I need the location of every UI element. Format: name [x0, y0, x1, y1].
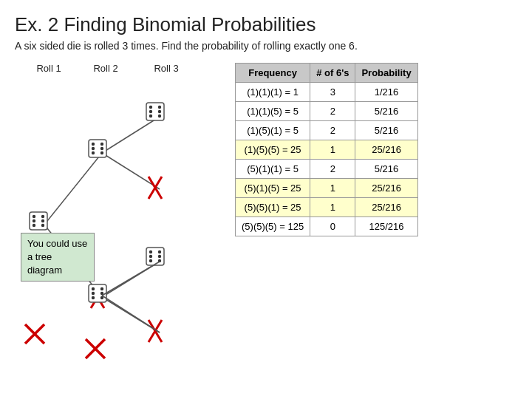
roll-label-3: Roll 3 [136, 63, 197, 74]
count-cell: 2 [310, 101, 355, 120]
svg-point-18 [100, 146, 103, 149]
svg-point-14 [92, 142, 95, 145]
col-header-frequency: Frequency [236, 63, 310, 82]
svg-line-48 [102, 296, 160, 332]
roll-labels: Roll 1 Roll 2 Roll 3 [15, 63, 229, 74]
roll-label-1: Roll 1 [22, 63, 75, 74]
svg-point-16 [92, 151, 95, 154]
page: Ex. 2 Finding Binomial Probabilities A s… [0, 0, 532, 399]
svg-point-8 [33, 219, 35, 222]
prob-cell: 25/216 [355, 197, 417, 216]
table-header: Frequency # of 6's Probability [236, 63, 418, 82]
count-cell: 2 [310, 120, 355, 140]
freq-cell: (5)(1)(1) = 5 [236, 159, 310, 178]
count-cell: 3 [310, 82, 355, 101]
svg-rect-13 [89, 140, 106, 157]
prob-cell: 5/216 [355, 120, 417, 140]
svg-line-47 [102, 262, 160, 296]
freq-cell: (1)(5)(5) = 25 [236, 140, 310, 159]
col-header-prob: Probability [355, 63, 417, 82]
svg-point-41 [92, 287, 95, 290]
table-row: (1)(5)(5) = 25 1 25/216 [236, 140, 418, 159]
count-cell: 1 [310, 197, 355, 216]
freq-cell: (1)(1)(1) = 1 [236, 82, 310, 101]
col-header-count: # of 6's [310, 63, 355, 82]
svg-point-11 [41, 219, 44, 222]
svg-point-19 [100, 151, 103, 154]
prob-cell: 1/216 [355, 82, 417, 101]
count-cell: 1 [310, 178, 355, 197]
svg-rect-40 [89, 284, 106, 302]
svg-point-25 [149, 114, 152, 117]
svg-point-27 [158, 109, 161, 112]
svg-point-12 [41, 223, 44, 226]
svg-point-35 [158, 250, 161, 253]
subtitle: A six sided die is rolled 3 times. Find … [15, 39, 517, 54]
svg-point-24 [149, 109, 152, 112]
svg-point-36 [158, 254, 161, 257]
table-row: (1)(5)(1) = 5 2 5/216 [236, 120, 418, 140]
svg-rect-22 [146, 103, 164, 120]
prob-cell: 5/216 [355, 159, 417, 178]
svg-point-9 [33, 223, 35, 226]
svg-line-3 [102, 153, 160, 189]
svg-point-43 [92, 296, 95, 299]
roll1-x-icon [22, 321, 47, 349]
svg-point-42 [92, 291, 95, 294]
svg-point-23 [149, 105, 152, 108]
svg-point-15 [92, 146, 95, 149]
svg-line-2 [102, 117, 160, 153]
freq-cell: (1)(1)(5) = 5 [236, 101, 310, 120]
probability-table: Frequency # of 6's Probability (1)(1)(1)… [235, 63, 418, 236]
svg-point-44 [100, 287, 103, 290]
content-area: Roll 1 Roll 2 Roll 3 You could use a tre… [15, 63, 517, 358]
svg-point-17 [100, 142, 103, 145]
prob-cell: 25/216 [355, 140, 417, 159]
count-cell: 0 [310, 216, 355, 236]
count-cell: 1 [310, 140, 355, 159]
svg-point-34 [149, 259, 152, 262]
freq-cell: (5)(1)(5) = 25 [236, 178, 310, 197]
table-row: (5)(1)(5) = 25 1 25/216 [236, 178, 418, 197]
prob-cell: 25/216 [355, 178, 417, 197]
svg-line-0 [44, 153, 102, 225]
tree-note: You could use a tree diagram [21, 233, 95, 282]
freq-cell: (1)(5)(1) = 5 [236, 120, 310, 140]
page-title: Ex. 2 Finding Binomial Probabilities [15, 13, 517, 36]
svg-point-26 [158, 105, 161, 108]
prob-cell: 125/216 [355, 216, 417, 236]
freq-cell: (5)(5)(5) = 125 [236, 216, 310, 236]
svg-rect-6 [30, 212, 47, 230]
svg-point-28 [158, 114, 161, 117]
table-row: (1)(1)(5) = 5 2 5/216 [236, 101, 418, 120]
table-row: (5)(5)(1) = 25 1 25/216 [236, 197, 418, 216]
table-row: (5)(1)(1) = 5 2 5/216 [236, 159, 418, 178]
svg-rect-31 [146, 248, 164, 265]
svg-point-10 [41, 214, 44, 217]
prob-cell: 5/216 [355, 101, 417, 120]
svg-point-7 [33, 214, 35, 217]
table-container: Frequency # of 6's Probability (1)(1)(1)… [229, 63, 517, 358]
svg-point-33 [149, 254, 152, 257]
table-row: (5)(5)(5) = 125 0 125/216 [236, 216, 418, 236]
tree-diagram-area: Roll 1 Roll 2 Roll 3 You could use a tre… [15, 63, 229, 358]
table-row: (1)(1)(1) = 1 3 1/216 [236, 82, 418, 101]
roll-label-2: Roll 2 [75, 63, 136, 74]
table-body: (1)(1)(1) = 1 3 1/216 (1)(1)(5) = 5 2 5/… [236, 82, 418, 236]
count-cell: 2 [310, 159, 355, 178]
svg-point-32 [149, 250, 152, 253]
roll2-lower-x-icon [83, 336, 108, 364]
freq-cell: (5)(5)(1) = 25 [236, 197, 310, 216]
